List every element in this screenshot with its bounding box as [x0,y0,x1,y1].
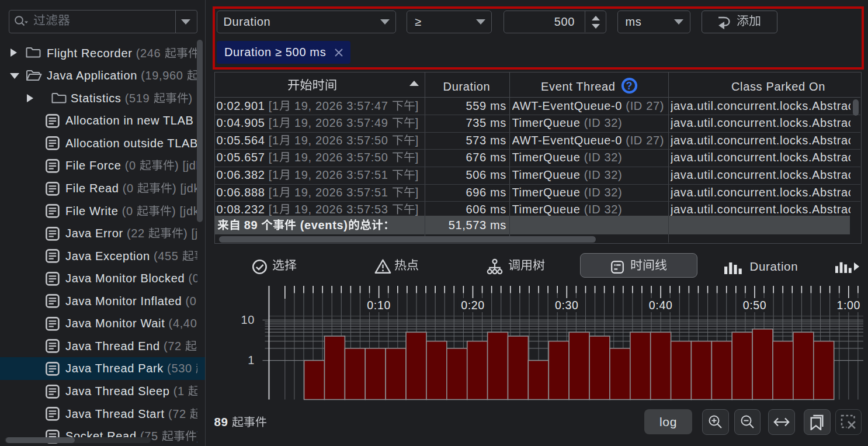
svg-text:10: 10 [241,313,255,326]
svg-text:0:40: 0:40 [649,299,673,312]
svg-text:0:50: 0:50 [743,299,767,312]
svg-text:0:10: 0:10 [367,299,391,312]
svg-text:1:00: 1:00 [836,299,860,312]
svg-text:?: ? [626,80,633,92]
svg-text:1: 1 [248,354,255,367]
svg-text:0:20: 0:20 [461,299,485,312]
svg-text:0:30: 0:30 [555,299,579,312]
